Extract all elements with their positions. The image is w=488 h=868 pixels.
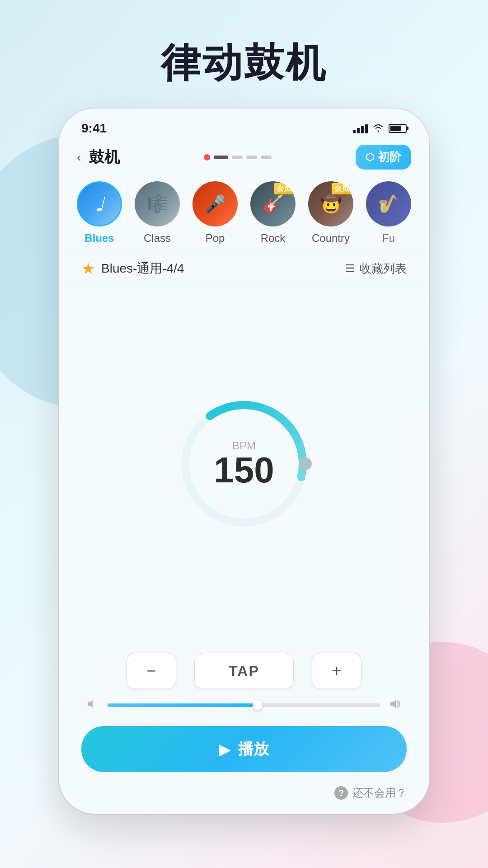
play-icon: ▶	[219, 740, 231, 758]
nav-center	[120, 154, 356, 160]
favorites-left: ★ Blues-通用-4/4	[81, 259, 184, 278]
volume-row	[59, 698, 429, 722]
genre-label-class: Class	[144, 232, 171, 245]
level-label: 初阶	[378, 149, 401, 165]
list-icon: ☰	[345, 262, 355, 275]
volume-fill	[108, 703, 258, 707]
page-title: 鼓机	[89, 147, 120, 168]
genre-item-fu[interactable]: 🎷 Fu	[366, 181, 411, 245]
genre-item-blues[interactable]: ♩ Blues	[77, 181, 122, 245]
play-button[interactable]: ▶ 播放	[81, 726, 407, 772]
bpm-section: BPM 150	[59, 283, 429, 644]
tap-label: TAP	[229, 663, 259, 679]
controls: − TAP +	[59, 644, 429, 698]
favorites-list-label: 收藏列表	[360, 261, 407, 277]
genre-avatar-fu: 🎷	[366, 181, 411, 226]
genre-avatar-class: 🎼	[135, 181, 180, 226]
svg-marker-2	[88, 700, 93, 708]
nav-dots	[214, 156, 272, 159]
decrease-button[interactable]: −	[127, 653, 176, 689]
plus-icon: +	[332, 661, 341, 680]
volume-slider[interactable]	[108, 703, 380, 707]
level-icon: ⬡	[366, 151, 374, 163]
favorites-bar: ★ Blues-通用-4/4 ☰ 收藏列表	[59, 254, 429, 283]
tap-button[interactable]: TAP	[194, 653, 294, 689]
genre-avatar-pop: 🎤	[192, 181, 238, 226]
volume-low-icon	[86, 698, 99, 712]
vip-badge-country: 会员	[332, 183, 352, 194]
battery-icon	[389, 124, 407, 133]
genre-avatar-rock: 🎸 会员	[250, 181, 296, 226]
volume-thumb[interactable]	[253, 700, 263, 710]
minus-icon: −	[146, 661, 156, 680]
volume-high-icon	[389, 698, 402, 712]
record-dot	[204, 154, 210, 160]
genre-item-class[interactable]: 🎼 Class	[135, 181, 180, 245]
genre-label-rock: Rock	[261, 232, 286, 245]
star-icon: ★	[81, 259, 95, 278]
level-badge[interactable]: ⬡ 初阶	[356, 145, 411, 170]
status-bar: 9:41	[59, 108, 429, 140]
bpm-handle[interactable]	[299, 458, 312, 470]
vip-badge-rock: 会员	[274, 183, 294, 194]
help-row: ? 还不会用？	[59, 781, 429, 814]
genre-label-country: Country	[312, 232, 350, 245]
bpm-dial[interactable]: BPM 150	[172, 392, 316, 536]
genre-avatar-blues: ♩	[77, 181, 122, 226]
genre-label-blues: Blues	[84, 232, 114, 245]
back-button[interactable]: ‹ 鼓机	[77, 147, 120, 168]
app-title: 律动鼓机	[0, 36, 488, 90]
genre-item-pop[interactable]: 🎤 Pop	[192, 181, 238, 245]
status-time: 9:41	[81, 121, 107, 136]
genre-avatar-country: 🤠 会员	[308, 181, 353, 226]
play-label: 播放	[238, 739, 269, 760]
help-label: 还不会用？	[352, 786, 407, 800]
back-chevron-icon: ‹	[77, 150, 81, 165]
favorites-list-button[interactable]: ☰ 收藏列表	[345, 261, 407, 277]
help-icon[interactable]: ?	[334, 786, 348, 800]
signal-icon	[353, 123, 368, 133]
phone-frame: 9:41 ‹ 鼓机	[59, 108, 429, 814]
genre-item-rock[interactable]: 🎸 会员 Rock	[250, 181, 296, 245]
favorites-title: Blues-通用-4/4	[101, 260, 184, 277]
status-icons	[353, 122, 407, 135]
nav-bar: ‹ 鼓机 ⬡ 初阶	[59, 140, 429, 177]
bpm-value: 150	[214, 452, 274, 488]
genre-label-fu: Fu	[382, 232, 395, 245]
genre-label-pop: Pop	[206, 232, 225, 245]
wifi-icon	[372, 122, 384, 135]
genre-scroll: ♩ Blues 🎼 Class 🎤 Pop	[59, 177, 429, 254]
increase-button[interactable]: +	[312, 653, 361, 689]
genre-item-country[interactable]: 🤠 会员 Country	[308, 181, 353, 245]
svg-marker-3	[390, 700, 396, 708]
